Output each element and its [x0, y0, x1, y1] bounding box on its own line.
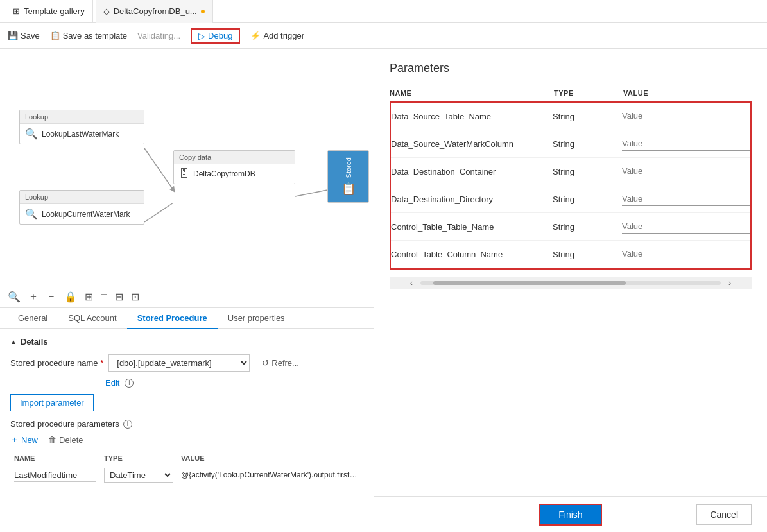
param-value-wrapper-1: [622, 137, 750, 151]
param-name-3: Data_Destination_Directory: [391, 194, 547, 204]
toolbar: 💾 Save 📋 Save as template Validating... …: [0, 23, 767, 49]
gallery-icon: ⊞: [13, 6, 20, 16]
param-value-field-1[interactable]: [622, 137, 750, 151]
pipeline-icon: ◇: [103, 6, 110, 16]
edit-row: Edit i: [10, 378, 363, 388]
stored-procedure-content: ▲ Details Stored procedure name * [dbo].…: [0, 329, 374, 532]
lookup2-header: Lookup: [20, 191, 144, 204]
lookup-node-1[interactable]: Lookup 🔍 LookupLastWaterMark: [19, 110, 144, 144]
param-value-field-3[interactable]: [622, 192, 750, 206]
scrollbar-track[interactable]: [420, 281, 721, 285]
tab-user-properties[interactable]: User properties: [218, 308, 295, 329]
svg-line-1: [144, 203, 173, 222]
col-header-type: TYPE: [100, 452, 177, 465]
delete-param-button[interactable]: 🗑 Delete: [48, 435, 83, 445]
canvas-panel: Lookup 🔍 LookupLastWaterMark Lookup 🔍 Lo…: [0, 49, 374, 532]
scroll-left-arrow[interactable]: ‹: [402, 277, 420, 289]
refresh-icon: ↺: [262, 358, 269, 368]
canvas-area[interactable]: Lookup 🔍 LookupLastWaterMark Lookup 🔍 Lo…: [0, 49, 374, 286]
param-value-field-2[interactable]: [622, 164, 750, 178]
param-value-wrapper-3: [622, 192, 750, 206]
param-type-0: String: [553, 112, 617, 121]
save-label: Save: [21, 31, 40, 40]
param-value-field-4[interactable]: [622, 219, 750, 234]
main-layout: Lookup 🔍 LookupLastWaterMark Lookup 🔍 Lo…: [0, 49, 767, 532]
param-value-wrapper-5: [622, 247, 750, 261]
fit-tool[interactable]: □: [101, 291, 107, 303]
import-btn-label: Import parameter: [20, 398, 84, 408]
proc-name-label: Stored procedure name *: [10, 358, 103, 368]
zoom-search-tool[interactable]: 🔍: [8, 291, 21, 303]
new-param-button[interactable]: ＋ New: [10, 434, 38, 445]
canvas-toolbar: 🔍 ＋ － 🔒 ⊞ □ ⊟ ⊡: [0, 286, 374, 308]
add-trigger-button[interactable]: ⚡ Add trigger: [250, 31, 304, 40]
add-trigger-label: Add trigger: [263, 31, 304, 40]
distribute-tool[interactable]: ⊡: [131, 291, 139, 303]
unsaved-dot: [201, 10, 205, 13]
params-actions: ＋ New 🗑 Delete: [10, 434, 363, 445]
refresh-label: Refre...: [271, 358, 299, 368]
col-type-header: TYPE: [554, 89, 618, 97]
remove-tool[interactable]: －: [46, 290, 56, 304]
value-inputs-highlighted: Data_Source_Table_Name String Data_Sourc…: [390, 101, 752, 270]
tab-sql-account[interactable]: SQL Account: [58, 308, 126, 329]
param-type-select[interactable]: DateTime: [104, 468, 173, 483]
col-name-header: NAME: [390, 89, 549, 97]
cancel-button[interactable]: Cancel: [696, 504, 752, 525]
lock-tool[interactable]: 🔒: [64, 291, 77, 303]
param-value-field-0[interactable]: [622, 109, 750, 123]
sql-account-tab-label: SQL Account: [68, 313, 116, 323]
tab-general[interactable]: General: [8, 308, 58, 329]
add-tool[interactable]: ＋: [28, 290, 39, 304]
parameters-title: Parameters: [390, 62, 752, 75]
lookup-node-2[interactable]: Lookup 🔍 LookupCurrentWaterMark: [19, 190, 144, 225]
copy-data-node[interactable]: Copy data 🗄 DeltaCopyfromDB: [173, 150, 295, 184]
param-type-3: String: [553, 194, 617, 204]
save-as-template-button[interactable]: 📋 Save as template: [50, 31, 127, 40]
params-info-icon[interactable]: i: [123, 420, 132, 429]
param-type-4: String: [553, 222, 617, 232]
trigger-icon: ⚡: [250, 31, 261, 40]
new-btn-label: New: [21, 435, 38, 445]
pipeline-tab-label: DeltaCopyfromDB_u...: [114, 6, 197, 16]
param-value-wrapper-0: [622, 109, 750, 123]
copy-icon: 🗄: [179, 168, 189, 180]
template-gallery-tab[interactable]: ⊞ Template gallery: [5, 0, 93, 23]
import-parameter-button[interactable]: Import parameter: [10, 394, 94, 411]
lookup2-label: LookupCurrentWaterMark: [42, 210, 130, 219]
param-type-2: String: [553, 167, 617, 176]
bottom-panel: 🔍 ＋ － 🔒 ⊞ □ ⊟ ⊡ General SQL Account Stor…: [0, 286, 374, 532]
edit-link[interactable]: Edit: [105, 378, 119, 388]
col-header-name: NAME: [10, 452, 100, 465]
param-type-5: String: [553, 250, 617, 259]
param-name-input[interactable]: [14, 469, 96, 482]
param-value-field-5[interactable]: [622, 247, 750, 261]
pipeline-tab[interactable]: ◇ DeltaCopyfromDB_u...: [96, 0, 213, 23]
param-name-0: Data_Source_Table_Name: [391, 112, 547, 121]
debug-button[interactable]: ▷ Debug: [191, 28, 240, 44]
finish-button[interactable]: Finish: [539, 504, 601, 526]
params-table: NAME TYPE VALUE DateTime: [10, 452, 363, 485]
param-row-1: DateTime: [10, 465, 363, 486]
param-value-input[interactable]: [181, 469, 359, 481]
col-header-value: VALUE: [177, 452, 363, 465]
save-template-icon: 📋: [50, 31, 60, 40]
bottom-scrollbar-area: ‹ ›: [390, 277, 752, 289]
cancel-btn-label: Cancel: [710, 510, 738, 520]
scrollbar-thumb[interactable]: [433, 281, 626, 285]
param-value-wrapper-2: [622, 164, 750, 178]
align-tool[interactable]: ⊟: [115, 291, 123, 303]
general-tab-label: General: [18, 313, 47, 323]
top-tab-bar: ⊞ Template gallery ◇ DeltaCopyfromDB_u..…: [0, 0, 767, 23]
scroll-right-arrow[interactable]: ›: [721, 277, 739, 289]
copy-header: Copy data: [174, 151, 295, 164]
refresh-button[interactable]: ↺ Refre...: [255, 356, 306, 370]
tab-stored-procedure[interactable]: Stored Procedure: [127, 308, 218, 329]
grid-tool[interactable]: ⊞: [85, 291, 93, 303]
edit-info-icon[interactable]: i: [125, 379, 134, 388]
params-row: Data_Source_WaterMarkColumn String: [391, 130, 750, 158]
save-button[interactable]: 💾 Save: [8, 31, 40, 40]
stored-procedure-node[interactable]: Stored 📋: [327, 150, 369, 203]
proc-name-select[interactable]: [dbo].[update_watermark]: [108, 354, 250, 372]
finish-btn-label: Finish: [558, 510, 582, 520]
